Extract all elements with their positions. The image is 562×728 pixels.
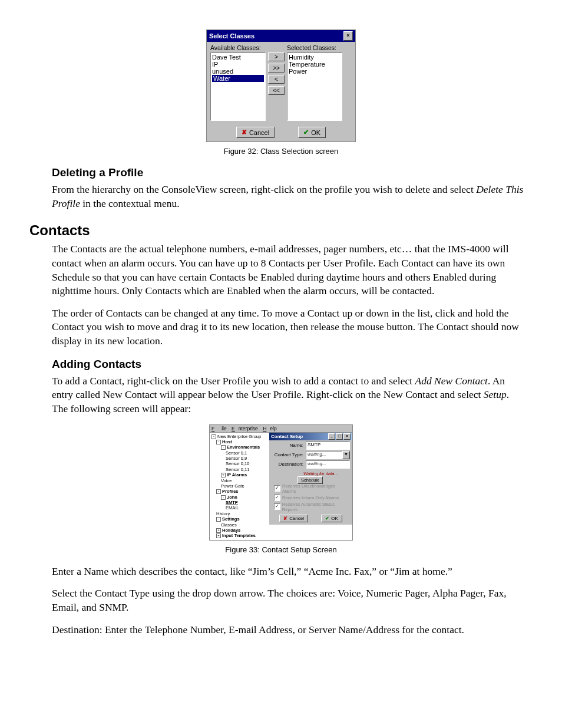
menu-file[interactable]: File (211, 426, 227, 431)
checkbox-label: Receives Inform Only Alarms (282, 495, 339, 500)
cancel-button[interactable]: ✘ Cancel (279, 515, 308, 522)
heading-adding-contacts: Adding Contacts (52, 358, 527, 371)
panel-title: Contact Setup (271, 434, 303, 439)
list-item[interactable]: Humidity (289, 54, 340, 61)
chevron-down-icon[interactable]: ▼ (342, 451, 350, 459)
checkbox-row[interactable]: ✓ Receives Automatic Status Reports (269, 501, 352, 512)
text: To add a Contact, right-click on the Use… (52, 375, 415, 387)
text: in the contextual menu. (80, 197, 180, 209)
cancel-button[interactable]: ✘ Cancel (236, 127, 275, 138)
menu-enterprise[interactable]: Enterprise (232, 426, 258, 431)
close-icon[interactable]: × (343, 433, 351, 440)
selected-label: Selected Classes: (287, 44, 342, 51)
checkbox-row[interactable]: ✓ Receives Unacknowledged Alarms (269, 483, 352, 494)
available-listbox[interactable]: Dave Test IP unused Water (210, 52, 266, 121)
paragraph: Destination: Enter the Telephone Number,… (52, 623, 527, 637)
name-input[interactable]: SMTP (306, 442, 350, 450)
select-classes-dialog: Select Classes × Available Classes: Dave… (206, 29, 356, 142)
move-all-left-button[interactable]: << (268, 86, 285, 95)
destination-input[interactable]: waiting... (306, 460, 350, 469)
move-left-button[interactable]: < (268, 75, 285, 84)
tree-node[interactable]: Sensor 0,1 (211, 450, 268, 456)
text: From the hierarchy on the ConsoleView sc… (52, 183, 476, 195)
list-item[interactable]: Dave Test (212, 54, 264, 61)
heading-deleting-profile: Deleting a Profile (52, 166, 527, 179)
paragraph: The Contacts are the actual telephone nu… (52, 242, 527, 298)
tree-node[interactable]: Sensor 0,10 (211, 461, 268, 466)
name-label: Name: (272, 443, 306, 448)
list-item-selected[interactable]: Water (212, 75, 264, 82)
tree-node[interactable]: History (211, 511, 268, 516)
dialog-titlebar: Select Classes × (207, 30, 355, 42)
tree-node: -John (211, 495, 268, 500)
destination-label: Destination: (272, 462, 306, 467)
paragraph: Enter a Name which describes the contact… (52, 565, 527, 579)
type-select[interactable]: waiting... (306, 451, 342, 459)
tree-node: +Input Templates (211, 533, 268, 538)
tree-node: -Host (211, 439, 268, 444)
figure-caption: Figure 33: Contact Setup Screen (29, 545, 533, 554)
tree-node: -New Enterprise Group (211, 434, 268, 439)
ok-label: OK (311, 129, 320, 136)
dialog-title: Select Classes (209, 32, 254, 39)
move-right-button[interactable]: > (268, 52, 285, 61)
list-item[interactable]: Temperature (289, 61, 340, 68)
tree-node-selected[interactable]: SMTP (211, 500, 268, 505)
tree-node: -Profiles (211, 489, 268, 494)
paragraph: From the hierarchy on the ConsoleView sc… (52, 183, 527, 210)
list-item[interactable]: Power (289, 68, 340, 75)
ok-button[interactable]: ✔ OK (321, 515, 342, 522)
list-item[interactable]: unused (212, 68, 264, 75)
tree-node[interactable]: Power Gate (211, 483, 268, 489)
ok-button[interactable]: ✔ OK (298, 127, 326, 138)
tree-view[interactable]: -New Enterprise Group -Host -Environment… (210, 433, 269, 540)
checkbox-row[interactable]: ✓ Receives Inform Only Alarms (269, 494, 352, 501)
panel-titlebar: Contact Setup _ □ × (269, 433, 352, 440)
x-icon: ✘ (242, 129, 247, 136)
tree-node: -Settings (211, 516, 268, 522)
tree-node[interactable]: Voice (211, 478, 268, 483)
list-item[interactable]: IP (212, 61, 264, 68)
tree-node: +IP Alarms (211, 472, 268, 477)
check-icon: ✔ (325, 516, 329, 521)
selected-listbox[interactable]: Humidity Temperature Power (287, 52, 342, 121)
ok-label: OK (331, 516, 338, 521)
type-label: Contact Type: (272, 452, 306, 457)
move-all-right-button[interactable]: >> (268, 64, 285, 73)
cancel-label: Cancel (249, 129, 269, 136)
tree-node[interactable]: EMAIL (211, 505, 268, 510)
paragraph: To add a Contact, right-click on the Use… (52, 374, 527, 416)
tree-node[interactable]: Classes (211, 522, 268, 528)
text-italic: Add New Contact (415, 375, 487, 387)
available-label: Available Classes: (210, 44, 266, 51)
check-icon: ✔ (303, 129, 309, 136)
maximize-icon[interactable]: □ (336, 433, 343, 440)
contact-setup-panel: Contact Setup _ □ × Name: SMTP Contact T… (269, 433, 352, 525)
checkbox-label: Receives Unacknowledged Alarms (282, 483, 350, 494)
tree-node[interactable]: Sensor 0,9 (211, 456, 268, 461)
tree-node: -Environmentals (211, 444, 268, 450)
checkbox-icon[interactable]: ✓ (274, 485, 280, 492)
paragraph: Select the Contact Type using the drop d… (52, 587, 527, 614)
x-icon: ✘ (283, 516, 287, 521)
text-italic: Setup (484, 388, 507, 400)
checkbox-icon[interactable]: ✓ (274, 503, 280, 510)
minimize-icon[interactable]: _ (328, 433, 335, 440)
contact-setup-window: File Enterprise Help -New Enterprise Gro… (209, 424, 353, 541)
figure-caption: Figure 32: Class Selection screen (29, 147, 533, 156)
menu-help[interactable]: Help (263, 426, 276, 431)
heading-contacts: Contacts (29, 222, 533, 239)
checkbox-label: Receives Automatic Status Reports (282, 502, 350, 512)
tree-node[interactable]: Sensor 0,11 (211, 467, 268, 472)
tree-node: +Holidays (211, 528, 268, 533)
menubar[interactable]: File Enterprise Help (210, 425, 352, 433)
checkbox-icon[interactable]: ✓ (274, 495, 280, 501)
paragraph: The order of Contacts can be changed at … (52, 307, 527, 348)
cancel-label: Cancel (289, 516, 304, 521)
close-icon[interactable]: × (343, 31, 353, 41)
